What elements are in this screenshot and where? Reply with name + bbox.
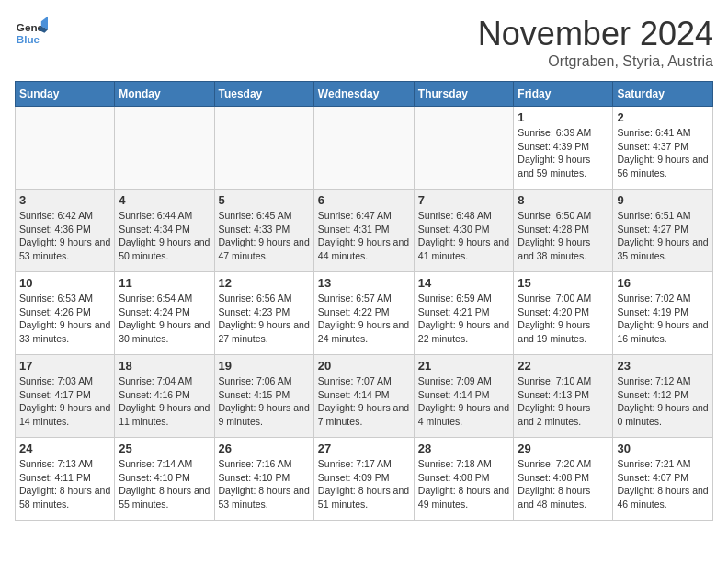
svg-text:Blue: Blue xyxy=(17,33,40,45)
day-info: Sunrise: 7:18 AM Sunset: 4:08 PM Dayligh… xyxy=(418,457,510,511)
week-row-2: 3Sunrise: 6:42 AM Sunset: 4:36 PM Daylig… xyxy=(16,190,713,272)
week-row-1: 1Sunrise: 6:39 AM Sunset: 4:39 PM Daylig… xyxy=(16,107,713,190)
day-info: Sunrise: 6:42 AM Sunset: 4:36 PM Dayligh… xyxy=(19,209,110,263)
day-info: Sunrise: 7:12 AM Sunset: 4:12 PM Dayligh… xyxy=(617,374,709,429)
calendar-cell xyxy=(214,107,313,190)
calendar-cell: 12Sunrise: 6:56 AM Sunset: 4:23 PM Dayli… xyxy=(214,272,313,355)
day-info: Sunrise: 6:56 AM Sunset: 4:23 PM Dayligh… xyxy=(219,292,310,346)
weekday-header-row: Sunday Monday Tuesday Wednesday Thursday… xyxy=(16,82,713,107)
calendar-cell: 3Sunrise: 6:42 AM Sunset: 4:36 PM Daylig… xyxy=(16,190,115,272)
day-number: 13 xyxy=(318,276,410,290)
header-sunday: Sunday xyxy=(16,82,115,107)
day-info: Sunrise: 7:06 AM Sunset: 4:15 PM Dayligh… xyxy=(219,374,310,429)
day-number: 1 xyxy=(518,110,609,124)
calendar-cell: 13Sunrise: 6:57 AM Sunset: 4:22 PM Dayli… xyxy=(313,272,414,355)
calendar-table: Sunday Monday Tuesday Wednesday Thursday… xyxy=(15,81,713,521)
day-number: 26 xyxy=(219,442,310,455)
header-monday: Monday xyxy=(115,82,214,107)
day-number: 27 xyxy=(318,442,410,455)
day-number: 30 xyxy=(617,442,709,455)
day-info: Sunrise: 7:02 AM Sunset: 4:19 PM Dayligh… xyxy=(617,292,709,346)
calendar-cell xyxy=(16,107,115,190)
location-title: Ortgraben, Styria, Austria xyxy=(478,53,713,70)
title-section: November 2024 Ortgraben, Styria, Austria xyxy=(478,15,713,70)
week-row-4: 17Sunrise: 7:03 AM Sunset: 4:17 PM Dayli… xyxy=(16,355,713,438)
week-row-3: 10Sunrise: 6:53 AM Sunset: 4:26 PM Dayli… xyxy=(16,272,713,355)
calendar-cell: 30Sunrise: 7:21 AM Sunset: 4:07 PM Dayli… xyxy=(613,438,713,521)
day-number: 24 xyxy=(19,442,110,455)
day-number: 28 xyxy=(418,442,510,455)
day-info: Sunrise: 6:48 AM Sunset: 4:30 PM Dayligh… xyxy=(418,209,510,263)
header-wednesday: Wednesday xyxy=(313,82,414,107)
day-info: Sunrise: 6:44 AM Sunset: 4:34 PM Dayligh… xyxy=(119,209,210,263)
calendar-cell: 14Sunrise: 6:59 AM Sunset: 4:21 PM Dayli… xyxy=(414,272,514,355)
calendar-cell: 19Sunrise: 7:06 AM Sunset: 4:15 PM Dayli… xyxy=(214,355,313,438)
calendar-cell: 20Sunrise: 7:07 AM Sunset: 4:14 PM Dayli… xyxy=(313,355,414,438)
day-info: Sunrise: 7:13 AM Sunset: 4:11 PM Dayligh… xyxy=(19,457,110,511)
calendar-cell: 24Sunrise: 7:13 AM Sunset: 4:11 PM Dayli… xyxy=(16,438,115,521)
day-info: Sunrise: 7:17 AM Sunset: 4:09 PM Dayligh… xyxy=(318,457,410,511)
calendar-cell: 25Sunrise: 7:14 AM Sunset: 4:10 PM Dayli… xyxy=(115,438,214,521)
calendar-cell: 17Sunrise: 7:03 AM Sunset: 4:17 PM Dayli… xyxy=(16,355,115,438)
day-info: Sunrise: 6:45 AM Sunset: 4:33 PM Dayligh… xyxy=(219,209,310,263)
header-saturday: Saturday xyxy=(613,82,713,107)
day-number: 17 xyxy=(19,359,110,373)
calendar-cell: 23Sunrise: 7:12 AM Sunset: 4:12 PM Dayli… xyxy=(613,355,713,438)
calendar-cell: 2Sunrise: 6:41 AM Sunset: 4:37 PM Daylig… xyxy=(613,107,713,190)
week-row-5: 24Sunrise: 7:13 AM Sunset: 4:11 PM Dayli… xyxy=(16,438,713,521)
day-number: 7 xyxy=(418,193,510,207)
logo-icon: General Blue xyxy=(15,15,48,48)
calendar-cell: 22Sunrise: 7:10 AM Sunset: 4:13 PM Dayli… xyxy=(514,355,613,438)
day-number: 29 xyxy=(518,442,609,455)
page-header: General Blue November 2024 Ortgraben, St… xyxy=(15,15,713,70)
logo: General Blue xyxy=(15,15,48,48)
calendar-cell: 8Sunrise: 6:50 AM Sunset: 4:28 PM Daylig… xyxy=(514,190,613,272)
calendar-cell xyxy=(115,107,214,190)
day-number: 3 xyxy=(19,193,110,207)
day-info: Sunrise: 6:54 AM Sunset: 4:24 PM Dayligh… xyxy=(119,292,210,346)
calendar-cell: 9Sunrise: 6:51 AM Sunset: 4:27 PM Daylig… xyxy=(613,190,713,272)
day-number: 25 xyxy=(119,442,210,455)
day-number: 12 xyxy=(219,276,310,290)
calendar-cell: 7Sunrise: 6:48 AM Sunset: 4:30 PM Daylig… xyxy=(414,190,514,272)
month-title: November 2024 xyxy=(478,15,713,53)
day-info: Sunrise: 7:03 AM Sunset: 4:17 PM Dayligh… xyxy=(19,374,110,429)
day-info: Sunrise: 7:00 AM Sunset: 4:20 PM Dayligh… xyxy=(518,292,609,346)
day-info: Sunrise: 7:09 AM Sunset: 4:14 PM Dayligh… xyxy=(418,374,510,429)
header-thursday: Thursday xyxy=(414,82,514,107)
day-info: Sunrise: 7:04 AM Sunset: 4:16 PM Dayligh… xyxy=(119,374,210,429)
day-number: 11 xyxy=(119,276,210,290)
day-number: 19 xyxy=(219,359,310,373)
day-info: Sunrise: 6:39 AM Sunset: 4:39 PM Dayligh… xyxy=(518,126,609,180)
day-info: Sunrise: 6:53 AM Sunset: 4:26 PM Dayligh… xyxy=(19,292,110,346)
day-number: 20 xyxy=(318,359,410,373)
day-number: 16 xyxy=(617,276,709,290)
calendar-cell xyxy=(414,107,514,190)
day-info: Sunrise: 7:20 AM Sunset: 4:08 PM Dayligh… xyxy=(518,457,609,511)
day-number: 4 xyxy=(119,193,210,207)
day-info: Sunrise: 7:10 AM Sunset: 4:13 PM Dayligh… xyxy=(518,374,609,429)
day-number: 22 xyxy=(518,359,609,373)
calendar-cell: 10Sunrise: 6:53 AM Sunset: 4:26 PM Dayli… xyxy=(16,272,115,355)
calendar-cell: 21Sunrise: 7:09 AM Sunset: 4:14 PM Dayli… xyxy=(414,355,514,438)
day-number: 10 xyxy=(19,276,110,290)
day-number: 2 xyxy=(617,110,709,124)
calendar-cell xyxy=(313,107,414,190)
day-number: 23 xyxy=(617,359,709,373)
calendar-cell: 27Sunrise: 7:17 AM Sunset: 4:09 PM Dayli… xyxy=(313,438,414,521)
day-info: Sunrise: 6:47 AM Sunset: 4:31 PM Dayligh… xyxy=(318,209,410,263)
calendar-cell: 4Sunrise: 6:44 AM Sunset: 4:34 PM Daylig… xyxy=(115,190,214,272)
calendar-cell: 15Sunrise: 7:00 AM Sunset: 4:20 PM Dayli… xyxy=(514,272,613,355)
calendar-cell: 26Sunrise: 7:16 AM Sunset: 4:10 PM Dayli… xyxy=(214,438,313,521)
header-tuesday: Tuesday xyxy=(214,82,313,107)
calendar-cell: 29Sunrise: 7:20 AM Sunset: 4:08 PM Dayli… xyxy=(514,438,613,521)
calendar-cell: 6Sunrise: 6:47 AM Sunset: 4:31 PM Daylig… xyxy=(313,190,414,272)
day-info: Sunrise: 6:59 AM Sunset: 4:21 PM Dayligh… xyxy=(418,292,510,346)
day-number: 21 xyxy=(418,359,510,373)
day-number: 8 xyxy=(518,193,609,207)
header-friday: Friday xyxy=(514,82,613,107)
day-info: Sunrise: 7:21 AM Sunset: 4:07 PM Dayligh… xyxy=(617,457,709,511)
day-number: 18 xyxy=(119,359,210,373)
calendar-cell: 28Sunrise: 7:18 AM Sunset: 4:08 PM Dayli… xyxy=(414,438,514,521)
day-info: Sunrise: 7:16 AM Sunset: 4:10 PM Dayligh… xyxy=(219,457,310,511)
